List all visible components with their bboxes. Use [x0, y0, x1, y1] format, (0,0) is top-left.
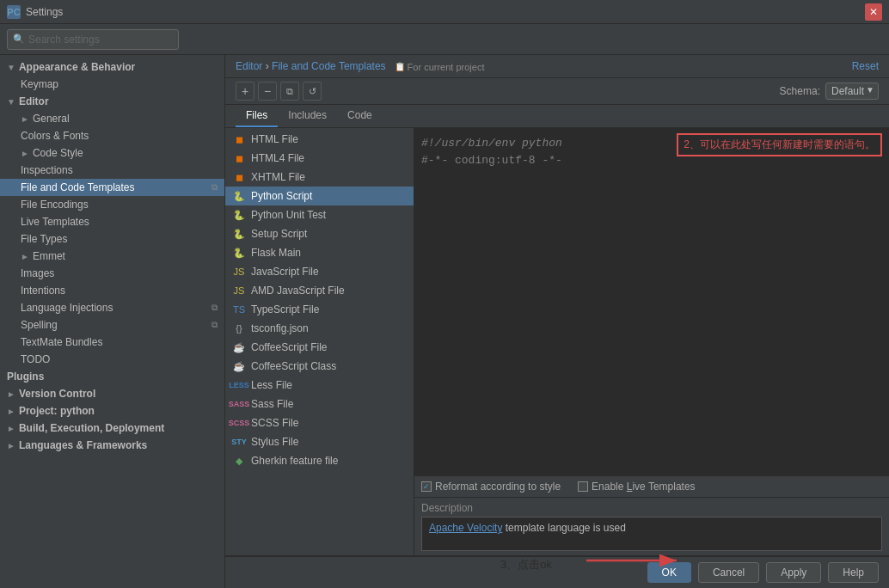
remove-template-button[interactable]: − [258, 82, 277, 101]
file-item-amd-javascript[interactable]: JS AMD JavaScript File [225, 281, 414, 300]
sidebar-item-textmate[interactable]: TextMate Bundles [0, 334, 224, 351]
reformat-label: Reformat according to style [435, 481, 561, 493]
sidebar-label: Languages & Frameworks [19, 439, 147, 451]
expand-arrow: ▼ [7, 97, 15, 107]
enable-live-checkbox[interactable] [578, 481, 588, 492]
window-title: Settings [26, 6, 865, 18]
file-name: Less File [251, 379, 292, 391]
reformat-checkbox[interactable]: ✓ [421, 481, 432, 492]
sidebar-label: General [33, 113, 70, 125]
file-item-html[interactable]: ◼ HTML File [225, 130, 414, 149]
breadcrumb-bar: Editor › File and Code Templates 📋 For c… [225, 55, 889, 78]
breadcrumb-file-code-templates[interactable]: File and Code Templates [272, 60, 386, 72]
sidebar-item-colors-fonts[interactable]: Colors & Fonts [0, 127, 224, 144]
cancel-button[interactable]: Cancel [698, 562, 759, 583]
editor-area: #!/usr/bin/env python #-*- coding:utf-8 … [414, 128, 889, 555]
sidebar-label: Intentions [21, 285, 65, 297]
copy-icon: ⧉ [212, 320, 218, 330]
sidebar-item-file-types[interactable]: File Types [0, 230, 224, 248]
coffee-icon: ☕ [232, 359, 246, 373]
file-name: Stylus File [251, 436, 298, 448]
less-icon: LESS [232, 378, 246, 392]
minus-icon: − [264, 84, 271, 98]
sidebar-item-appearance[interactable]: ▼ Appearance & Behavior [0, 58, 224, 76]
sidebar-label: Code Style [33, 147, 83, 159]
apply-button[interactable]: Apply [766, 562, 821, 583]
sidebar-item-todo[interactable]: TODO [0, 351, 224, 368]
reset-button[interactable]: Reset [852, 60, 879, 72]
enable-live-option[interactable]: Enable Live Templates [578, 481, 696, 493]
file-item-typescript[interactable]: TS TypeScript File [225, 300, 414, 319]
sidebar-item-inspections[interactable]: Inspections [0, 162, 224, 179]
file-item-python-script[interactable]: 🐍 Python Script [225, 187, 414, 205]
file-name: TypeScript File [251, 303, 319, 315]
sidebar-item-languages-frameworks[interactable]: ► Languages & Frameworks [0, 437, 224, 454]
schema-dropdown[interactable]: Default ▼ [825, 83, 879, 100]
file-item-javascript[interactable]: JS JavaScript File [225, 262, 414, 281]
close-button[interactable]: ✕ [865, 3, 882, 21]
file-item-coffeescript[interactable]: ☕ CoffeeScript File [225, 338, 414, 357]
step2-annotation: 2、可以在此处写任何新建时需要的语句。 [677, 133, 882, 156]
file-item-setup-script[interactable]: 🐍 Setup Script [225, 224, 414, 243]
code-editor[interactable]: #!/usr/bin/env python #-*- coding:utf-8 … [414, 128, 889, 475]
search-box[interactable]: 🔍 Search settings [7, 29, 179, 50]
html-icon: ◼ [232, 170, 246, 184]
tab-files-label: Files [246, 109, 267, 121]
sidebar-item-plugins[interactable]: Plugins [0, 368, 224, 385]
file-item-less[interactable]: LESS Less File [225, 376, 414, 395]
sidebar-label: Spelling [21, 319, 58, 331]
apache-velocity-link[interactable]: Apache Velocity [429, 522, 502, 534]
sidebar-label: Project: python [19, 405, 95, 417]
file-item-sass[interactable]: SASS Sass File [225, 395, 414, 413]
sidebar-item-emmet[interactable]: ► Emmet [0, 248, 224, 265]
chevron-down-icon: ▼ [866, 85, 874, 95]
sidebar-item-editor[interactable]: ▼ Editor [0, 93, 224, 110]
file-item-coffeescript-class[interactable]: ☕ CoffeeScript Class [225, 357, 414, 376]
file-item-xhtml[interactable]: ◼ XHTML File [225, 168, 414, 187]
reformat-option[interactable]: ✓ Reformat according to style [421, 481, 561, 493]
sidebar-label: Version Control [19, 388, 95, 400]
file-item-python-unit-test[interactable]: 🐍 Python Unit Test [225, 205, 414, 224]
help-button[interactable]: Help [828, 562, 879, 583]
tab-includes[interactable]: Includes [278, 105, 337, 127]
breadcrumb-editor[interactable]: Editor [236, 60, 262, 72]
copy-icon: ⧉ [212, 303, 218, 313]
restore-template-button[interactable]: ↺ [303, 82, 322, 101]
sidebar-label: Images [21, 267, 54, 279]
sidebar-item-file-code-templates[interactable]: File and Code Templates ⧉ [0, 179, 224, 196]
file-name: CoffeeScript Class [251, 360, 336, 372]
sidebar-item-live-templates[interactable]: Live Templates [0, 213, 224, 230]
toolbar-row: + − ⧉ ↺ Schema: Default [225, 78, 889, 105]
tab-code[interactable]: Code [337, 105, 383, 127]
copy-icon: ⧉ [286, 86, 293, 97]
step3-annotation: 3、点击ok [500, 557, 552, 573]
sidebar-item-file-encodings[interactable]: File Encodings [0, 196, 224, 213]
file-item-flask-main[interactable]: 🐍 Flask Main [225, 243, 414, 262]
sidebar-item-images[interactable]: Images [0, 265, 224, 282]
tab-bar: Files Includes Code [225, 105, 889, 128]
sidebar-item-project-python[interactable]: ► Project: python [0, 402, 224, 420]
file-item-stylus[interactable]: STY Stylus File [225, 432, 414, 451]
tab-files[interactable]: Files [236, 105, 278, 127]
file-item-scss[interactable]: SCSS SCSS File [225, 413, 414, 432]
sidebar-item-version-control[interactable]: ► Version Control [0, 385, 224, 402]
file-item-gherkin[interactable]: ◆ Gherkin feature file [225, 451, 414, 470]
file-item-tsconfig[interactable]: {} tsconfig.json [225, 319, 414, 338]
sidebar-item-spelling[interactable]: Spelling ⧉ [0, 316, 224, 334]
file-item-html4[interactable]: ◼ HTML4 File [225, 149, 414, 168]
sidebar-item-code-style[interactable]: ► Code Style [0, 144, 224, 162]
sidebar-item-keymap[interactable]: Keymap [0, 76, 224, 93]
add-template-button[interactable]: + [236, 82, 254, 101]
stylus-icon: STY [232, 435, 246, 449]
plus-icon: + [242, 84, 248, 98]
sidebar-item-build-execution[interactable]: ► Build, Execution, Deployment [0, 420, 224, 437]
sidebar-item-language-injections[interactable]: Language Injections ⧉ [0, 299, 224, 316]
copy-template-button[interactable]: ⧉ [280, 82, 299, 101]
file-name: AMD JavaScript File [251, 285, 345, 297]
breadcrumb-separator: › [266, 60, 272, 72]
expand-arrow: ► [7, 424, 15, 433]
sidebar-item-general[interactable]: ► General [0, 110, 224, 127]
file-name: SCSS File [251, 417, 298, 429]
expand-arrow: ► [7, 389, 15, 399]
sidebar-item-intentions[interactable]: Intentions [0, 282, 224, 299]
